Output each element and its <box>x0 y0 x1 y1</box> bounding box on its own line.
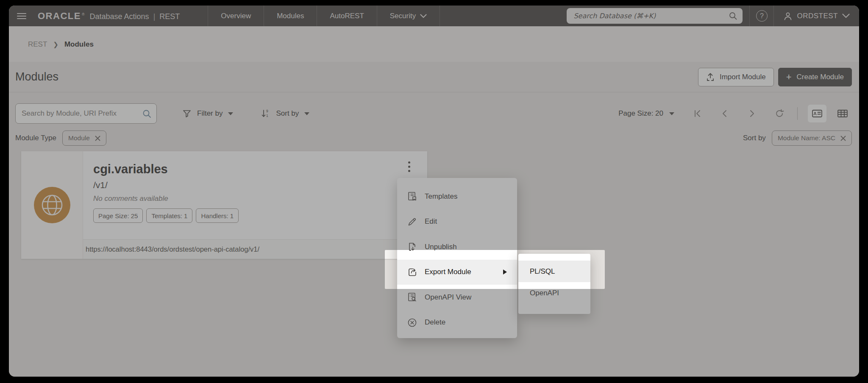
hamburger-icon <box>17 11 26 21</box>
module-search-input[interactable] <box>15 103 157 124</box>
delete-icon <box>406 317 417 328</box>
module-badges: Page Size: 25 Templates: 1 Handlers: 1 <box>93 208 427 223</box>
header-tabs: Overview Modules AutoREST Security <box>208 6 440 26</box>
menu-item-delete[interactable]: Delete <box>397 310 517 336</box>
sort-icon: 91 <box>260 108 270 119</box>
module-context-menu: Templates Edit Unpublish Export Module <box>397 178 517 338</box>
user-icon <box>783 11 793 21</box>
refresh-button[interactable] <box>774 108 785 119</box>
handlers-badge: Handlers: 1 <box>196 208 239 223</box>
sort-by-label: Sort by <box>743 134 766 142</box>
submenu-item-plsql[interactable]: PL/SQL <box>518 261 590 282</box>
svg-text:1: 1 <box>266 114 268 118</box>
chevron-down-icon <box>669 112 674 115</box>
top-navigation-bar: ORACLE ® Database Actions | REST Overvie… <box>9 6 859 26</box>
import-module-button[interactable]: Import Module <box>698 68 774 86</box>
search-icon[interactable] <box>142 109 152 119</box>
pagination-controls <box>693 108 785 119</box>
breadcrumb: REST ❯ Modules <box>28 40 859 49</box>
active-filters-row: Module Type Module Sort by Module Name: … <box>9 124 859 146</box>
first-page-button[interactable] <box>693 109 702 118</box>
tab-autorest[interactable]: AutoREST <box>317 6 376 26</box>
help-button[interactable]: ? <box>750 10 773 22</box>
plus-icon: + <box>786 72 792 82</box>
globe-icon <box>40 193 64 217</box>
topbar-right-group: ? ORDSTEST <box>567 6 859 26</box>
next-page-button[interactable] <box>747 109 757 118</box>
module-type-chip[interactable]: Module <box>62 130 106 146</box>
toolbar-divider <box>797 107 798 120</box>
previous-page-button[interactable] <box>720 109 729 118</box>
menu-item-export-module[interactable]: Export Module <box>397 260 517 285</box>
templates-icon <box>406 191 417 202</box>
product-context: REST <box>159 12 180 21</box>
module-comment: No comments available <box>93 194 427 203</box>
sort-by-dropdown[interactable]: 91 Sort by <box>260 108 309 119</box>
chevron-down-icon <box>842 14 850 18</box>
toolbar-right-group: Page Size: 20 <box>618 105 852 122</box>
filter-icon <box>182 109 192 118</box>
help-icon: ? <box>756 10 768 22</box>
table-view-button[interactable] <box>833 105 852 122</box>
module-card-content: cgi.variables /v1/ No comments available… <box>83 151 427 259</box>
breadcrumb-rest-link[interactable]: REST <box>28 40 47 49</box>
module-url[interactable]: https://localhost:8443/ords/ordstest/ope… <box>86 245 259 253</box>
close-icon[interactable] <box>840 136 846 141</box>
oracle-logo-text: ORACLE <box>38 11 81 22</box>
upload-icon <box>706 72 715 82</box>
search-icon <box>729 11 737 20</box>
brand-logo: ORACLE ® Database Actions | REST <box>38 11 180 22</box>
module-avatar <box>34 187 70 223</box>
page-title: Modules <box>15 70 58 83</box>
menu-item-unpublish[interactable]: Unpublish <box>397 234 517 260</box>
module-actions-menu-button[interactable] <box>406 160 412 174</box>
menu-item-edit[interactable]: Edit <box>397 209 517 235</box>
module-card[interactable]: cgi.variables /v1/ No comments available… <box>21 151 427 259</box>
create-module-button[interactable]: + Create Module <box>778 68 852 86</box>
submenu-arrow-icon <box>503 269 507 275</box>
registered-mark: ® <box>82 12 85 17</box>
menu-item-openapi-view[interactable]: OpenAPI View <box>397 285 517 310</box>
product-name: Database Actions <box>90 12 149 21</box>
chevron-down-icon <box>304 112 309 115</box>
tab-security[interactable]: Security <box>377 6 440 26</box>
unpublish-icon <box>406 241 417 252</box>
breadcrumb-separator-icon: ❯ <box>53 41 58 48</box>
username-label: ORDSTEST <box>797 12 838 20</box>
chevron-down-icon <box>420 14 427 18</box>
page-size-badge: Page Size: 25 <box>93 208 143 223</box>
module-icon-column <box>21 151 83 259</box>
module-type-label: Module Type <box>15 134 56 142</box>
svg-text:9: 9 <box>266 109 268 113</box>
user-menu[interactable]: ORDSTEST <box>774 11 859 21</box>
tab-modules[interactable]: Modules <box>264 6 317 26</box>
logo-divider: | <box>153 12 156 21</box>
export-module-submenu: PL/SQL OpenAPI <box>518 254 590 314</box>
database-search-input[interactable] <box>567 8 743 24</box>
view-toggle <box>808 105 852 122</box>
page-actions: Import Module + Create Module <box>698 68 852 86</box>
filter-by-dropdown[interactable]: Filter by <box>182 109 233 118</box>
list-toolbar: Filter by 91 Sort by Page Size: 20 <box>9 92 859 124</box>
page-header-row: Modules Import Module + Create Module <box>9 62 859 92</box>
openapi-view-icon <box>406 292 417 303</box>
menu-item-templates[interactable]: Templates <box>397 184 517 209</box>
breadcrumb-band: REST ❯ Modules <box>9 26 859 62</box>
module-uri-prefix: /v1/ <box>93 180 427 190</box>
sort-chip[interactable]: Module Name: ASC <box>772 130 852 146</box>
close-icon[interactable] <box>95 136 100 141</box>
export-icon <box>406 267 417 278</box>
card-view-button[interactable] <box>808 105 826 122</box>
submenu-item-openapi[interactable]: OpenAPI <box>518 282 590 304</box>
module-name[interactable]: cgi.variables <box>93 162 427 176</box>
edit-icon <box>406 216 417 227</box>
app-window: ORACLE ® Database Actions | REST Overvie… <box>9 6 859 377</box>
module-url-bar: https://localhost:8443/ords/ordstest/ope… <box>83 239 427 259</box>
page-size-dropdown[interactable]: Page Size: 20 <box>618 109 674 118</box>
chevron-down-icon <box>228 112 233 115</box>
tab-overview[interactable]: Overview <box>208 6 264 26</box>
templates-badge: Templates: 1 <box>146 208 192 223</box>
hamburger-menu-button[interactable] <box>9 6 34 26</box>
breadcrumb-current: Modules <box>64 40 94 49</box>
